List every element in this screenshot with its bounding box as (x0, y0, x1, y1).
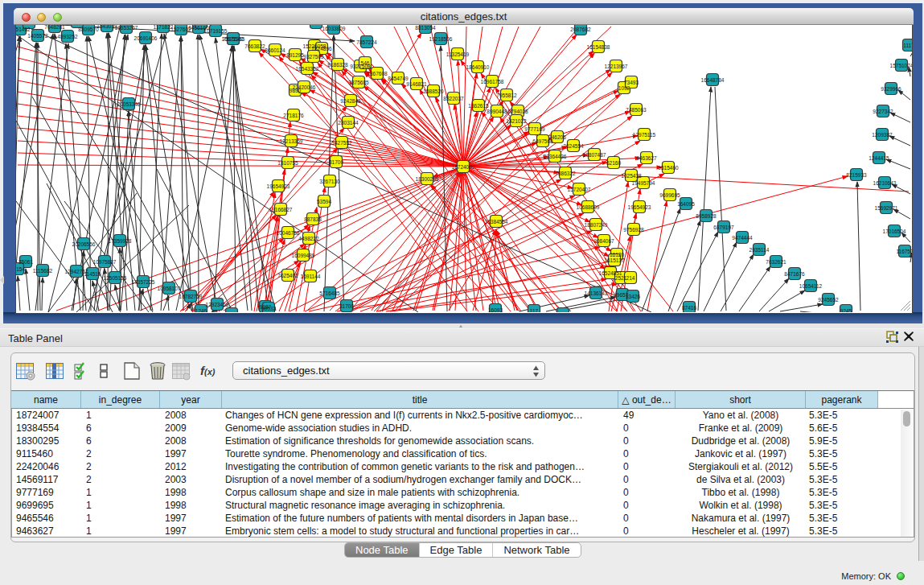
svg-text:10046758: 10046758 (277, 230, 300, 236)
svg-text:33426: 33426 (626, 294, 640, 299)
svg-text:62160: 62160 (606, 160, 621, 166)
svg-text:887833: 887833 (304, 216, 322, 222)
svg-text:16543362: 16543362 (296, 66, 319, 72)
svg-text:18807249: 18807249 (585, 222, 608, 228)
svg-text:20053346: 20053346 (117, 101, 141, 107)
svg-text:9245652: 9245652 (818, 297, 839, 303)
svg-text:9327509: 9327509 (303, 54, 324, 60)
svg-text:2867608: 2867608 (367, 71, 388, 76)
svg-text:20206556: 20206556 (72, 241, 96, 247)
svg-text:1615137: 1615137 (604, 257, 625, 263)
svg-text:10653267: 10653267 (115, 25, 138, 31)
svg-text:214: 214 (626, 275, 635, 281)
svg-text:1691144: 1691144 (301, 274, 321, 279)
svg-text:31700: 31700 (329, 159, 343, 165)
svg-text:17359928: 17359928 (109, 238, 132, 244)
svg-text:53594: 53594 (317, 199, 331, 204)
svg-text:3267130: 3267130 (319, 179, 340, 184)
svg-text:17357225: 17357225 (132, 279, 155, 285)
svg-text:7955812: 7955812 (496, 93, 517, 98)
svg-text:35061: 35061 (18, 259, 33, 265)
svg-text:891295: 891295 (286, 52, 304, 58)
svg-text:18640910: 18640910 (466, 64, 490, 70)
svg-text:8990448: 8990448 (487, 109, 507, 114)
svg-text:19218506: 19218506 (429, 36, 453, 42)
svg-text:1092: 1092 (618, 85, 630, 91)
svg-text:746206: 746206 (548, 134, 566, 140)
svg-text:1244415: 1244415 (869, 155, 889, 161)
svg-text:1810755: 1810755 (277, 160, 298, 166)
svg-text:9146821: 9146821 (406, 81, 427, 87)
svg-text:1405572: 1405572 (27, 33, 48, 39)
svg-text:19166827: 19166827 (269, 207, 293, 212)
svg-text:8813054: 8813054 (415, 25, 436, 31)
svg-text:16120: 16120 (610, 252, 624, 257)
svg-text:9329966: 9329966 (881, 86, 901, 92)
svg-text:116753: 116753 (896, 249, 912, 254)
svg-text:7048281: 7048281 (44, 25, 65, 30)
svg-text:87416: 87416 (682, 305, 696, 311)
svg-text:16961758: 16961758 (481, 79, 504, 84)
svg-text:1034: 1034 (23, 25, 35, 26)
svg-text:8471676: 8471676 (784, 271, 805, 277)
svg-text:4893252: 4893252 (57, 34, 78, 39)
svg-text:20691406: 20691406 (134, 35, 158, 41)
svg-text:12505135: 12505135 (104, 275, 127, 281)
svg-text:9756928: 9756928 (623, 227, 644, 233)
svg-text:12213369: 12213369 (280, 138, 303, 144)
svg-text:7886322: 7886322 (555, 171, 576, 176)
svg-text:7824896: 7824896 (311, 46, 332, 51)
svg-text:18724007: 18724007 (452, 164, 475, 170)
svg-text:2803144: 2803144 (338, 120, 359, 126)
svg-text:114519: 114519 (84, 271, 101, 277)
svg-text:19654923: 19654923 (267, 183, 290, 189)
svg-text:2718176: 2718176 (283, 113, 304, 118)
svg-text:14136141: 14136141 (585, 290, 608, 296)
svg-text:10719155: 10719155 (204, 28, 228, 34)
svg-text:7625402: 7625402 (277, 273, 298, 278)
svg-text:7485063: 7485063 (626, 107, 647, 113)
svg-text:164095: 164095 (677, 201, 695, 207)
svg-text:6879197: 6879197 (713, 225, 734, 230)
svg-text:12975115: 12975115 (633, 132, 656, 138)
svg-text:20875: 20875 (224, 311, 239, 313)
svg-text:16033809: 16033809 (322, 26, 346, 31)
svg-text:1117: 1117 (903, 43, 912, 48)
svg-text:7515540: 7515540 (223, 36, 244, 42)
svg-text:3875685: 3875685 (348, 80, 369, 85)
svg-text:19495794: 19495794 (632, 180, 655, 186)
svg-text:9227342: 9227342 (873, 109, 893, 114)
svg-text:1588520: 1588520 (423, 89, 444, 94)
svg-text:10807487: 10807487 (583, 152, 606, 158)
svg-text:3427552: 3427552 (331, 140, 352, 146)
svg-text:8958928: 8958928 (696, 213, 717, 219)
svg-text:15692971: 15692971 (875, 205, 898, 211)
svg-text:3624554: 3624554 (563, 143, 584, 149)
svg-text:10654112: 10654112 (799, 283, 823, 289)
svg-text:10958107: 10958107 (158, 286, 181, 291)
svg-text:39154: 39154 (16, 266, 25, 272)
svg-text:2521: 2521 (615, 275, 627, 281)
svg-text:1115682: 1115682 (33, 268, 53, 274)
svg-text:18300295: 18300295 (416, 176, 439, 182)
svg-text:9463627: 9463627 (636, 155, 657, 161)
svg-text:19384554: 19384554 (485, 219, 508, 225)
svg-text:16875: 16875 (309, 25, 323, 26)
svg-text:31700: 31700 (339, 303, 354, 309)
svg-text:117: 117 (530, 308, 539, 313)
svg-text:11325419: 11325419 (446, 51, 470, 57)
svg-text:8451462: 8451462 (16, 27, 31, 32)
svg-text:8215933: 8215933 (846, 172, 867, 178)
svg-text:16093: 16093 (488, 307, 503, 313)
svg-text:1025438: 1025438 (621, 173, 642, 179)
svg-text:2087682: 2087682 (570, 27, 591, 32)
svg-text:12923468: 12923468 (206, 302, 229, 307)
svg-text:7632621: 7632621 (766, 259, 786, 265)
svg-text:9084067: 9084067 (593, 238, 614, 244)
svg-text:10975887: 10975887 (93, 259, 117, 265)
svg-text:9474444: 9474444 (732, 235, 753, 241)
svg-text:10688609: 10688609 (577, 204, 600, 210)
svg-text:2094: 2094 (557, 311, 569, 313)
svg-text:10853: 10853 (194, 25, 208, 26)
svg-text:6794028: 6794028 (507, 109, 528, 114)
